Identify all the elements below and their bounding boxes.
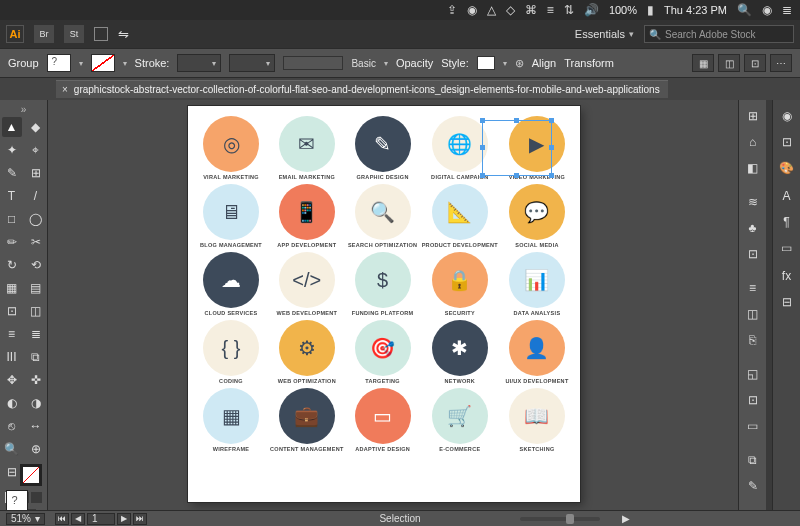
artwork-cell-11[interactable]: </>WEB DEVELOPMENT <box>270 252 344 316</box>
artwork-cell-20[interactable]: ▦WIREFRAME <box>196 388 266 452</box>
align-label[interactable]: Align <box>532 57 556 69</box>
tool-7[interactable]: / <box>26 186 46 206</box>
sync-icon[interactable]: ◇ <box>506 3 515 17</box>
panel-button-panelA-3[interactable]: ≋ <box>741 190 765 214</box>
artwork-cell-3[interactable]: 🌐DIGITAL CAMPAIGN <box>422 116 498 180</box>
tool-22[interactable]: ✥ <box>2 370 22 390</box>
prev-artboard-button[interactable]: ◀ <box>71 513 85 525</box>
artwork-cell-7[interactable]: 🔍SEARCH OPTIMIZATION <box>348 184 418 248</box>
panel-button-panelA-8[interactable]: ⎘ <box>741 328 765 352</box>
tool-14[interactable]: ▦ <box>2 278 22 298</box>
tool-11[interactable]: ✂ <box>26 232 46 252</box>
network-icon[interactable]: ⇅ <box>564 3 574 17</box>
workspace-switcher[interactable]: Essentials ▾ <box>575 28 634 40</box>
tool-24[interactable]: ◐ <box>2 393 22 413</box>
artwork-cell-16[interactable]: ⚙WEB OPTIMIZATION <box>270 320 344 384</box>
artwork-cell-21[interactable]: 💼CONTENT MANAGEMENT <box>270 388 344 452</box>
battery-percent[interactable]: 100% <box>609 4 637 16</box>
panel-button-panelA-10[interactable]: ⊡ <box>741 388 765 412</box>
opacity-label[interactable]: Opacity <box>396 57 433 69</box>
artwork-cell-18[interactable]: ✱NETWORK <box>422 320 498 384</box>
tool-28[interactable]: 🔍 <box>2 439 22 459</box>
artwork-cell-0[interactable]: ◎VIRAL MARKETING <box>196 116 266 180</box>
sync-glyph-icon[interactable]: ⇋ <box>118 27 129 42</box>
tool-23[interactable]: ✜ <box>26 370 46 390</box>
control-overflow-button[interactable]: ⋯ <box>770 54 792 72</box>
artwork-cell-19[interactable]: 👤UI/UX DEVELOPMENT <box>502 320 572 384</box>
artwork-cell-14[interactable]: 📊DATA ANALYSIS <box>502 252 572 316</box>
volume-icon[interactable]: 🔊 <box>584 3 599 17</box>
tool-10[interactable]: ✏ <box>2 232 22 252</box>
tool-27[interactable]: ↔ <box>26 416 46 436</box>
next-artboard-button[interactable]: ▶ <box>117 513 131 525</box>
stroke-color-icon[interactable] <box>20 464 42 486</box>
tool-9[interactable]: ◯ <box>26 209 46 229</box>
tool-0[interactable]: ▲ <box>2 117 22 137</box>
gdrive-icon[interactable]: △ <box>487 3 496 17</box>
battery-icon[interactable]: ▮ <box>647 3 654 17</box>
panel-button-panelA-9[interactable]: ◱ <box>741 362 765 386</box>
siri-icon[interactable]: ◉ <box>762 3 772 17</box>
tool-15[interactable]: ▤ <box>26 278 46 298</box>
close-tab-icon[interactable]: × <box>62 84 68 95</box>
tool-18[interactable]: ≡ <box>2 324 22 344</box>
zoom-select[interactable]: 51%▾ <box>6 513 45 525</box>
panel-button-panelA-0[interactable]: ⊞ <box>741 104 765 128</box>
search-adobe-stock-input[interactable]: 🔍 Search Adobe Stock <box>644 25 794 43</box>
artwork-cell-23[interactable]: 🛒E-COMMERCE <box>422 388 498 452</box>
none-mode[interactable] <box>31 492 42 503</box>
edit-contents-button[interactable]: ⊡ <box>744 54 766 72</box>
panel-button-panelB-3[interactable]: A <box>775 184 799 208</box>
spotlight-icon[interactable]: 🔍 <box>737 3 752 17</box>
panel-button-panelB-6[interactable]: fx <box>775 264 799 288</box>
dropbox-icon[interactable]: ⇪ <box>447 3 457 17</box>
panel-button-panelA-5[interactable]: ⊡ <box>741 242 765 266</box>
arrange-documents-button[interactable] <box>94 27 108 41</box>
toolbox-grip-icon[interactable]: » <box>21 104 27 115</box>
bars-icon[interactable]: ≡ <box>547 3 554 17</box>
tool-17[interactable]: ◫ <box>26 301 46 321</box>
tool-5[interactable]: ⊞ <box>26 163 46 183</box>
tool-20[interactable]: III <box>2 347 22 367</box>
status-slider[interactable] <box>520 517 600 521</box>
artwork-cell-24[interactable]: 📖SKETCHING <box>502 388 572 452</box>
tool-1[interactable]: ◆ <box>26 117 46 137</box>
panel-button-panelA-7[interactable]: ◫ <box>741 302 765 326</box>
artwork-cell-6[interactable]: 📱APP DEVELOPMENT <box>270 184 344 248</box>
tool-30[interactable]: ⊟ <box>2 462 22 482</box>
artwork-cell-10[interactable]: ☁CLOUD SERVICES <box>196 252 266 316</box>
artwork-cell-15[interactable]: { }CODING <box>196 320 266 384</box>
artboard-number-input[interactable]: 1 <box>87 513 115 525</box>
artwork-cell-1[interactable]: ✉EMAIL MARKETING <box>270 116 344 180</box>
tool-29[interactable]: ⊕ <box>26 439 46 459</box>
artwork-cell-8[interactable]: 📐PRODUCT DEVELOPMENT <box>422 184 498 248</box>
panel-button-panelA-12[interactable]: ⧉ <box>741 448 765 472</box>
tool-25[interactable]: ◑ <box>26 393 46 413</box>
artwork-cell-17[interactable]: 🎯TARGETING <box>348 320 418 384</box>
tool-3[interactable]: ⌖ <box>26 140 46 160</box>
panel-button-panelB-7[interactable]: ⊟ <box>775 290 799 314</box>
artboard[interactable]: ◎VIRAL MARKETING✉EMAIL MARKETING✎GRAPHIC… <box>188 106 580 502</box>
tool-13[interactable]: ⟲ <box>26 255 46 275</box>
artwork-cell-5[interactable]: 🖥BLOG MANAGEMENT <box>196 184 266 248</box>
artwork-cell-12[interactable]: $FUNDING PLATFORM <box>348 252 418 316</box>
transform-label[interactable]: Transform <box>564 57 614 69</box>
tool-19[interactable]: ≣ <box>26 324 46 344</box>
cc-icon[interactable]: ◉ <box>467 3 477 17</box>
panel-button-panelA-1[interactable]: ⌂ <box>741 130 765 154</box>
tool-2[interactable]: ✦ <box>2 140 22 160</box>
bridge-button[interactable]: Br <box>34 25 54 43</box>
artwork-cell-9[interactable]: 💬SOCIAL MEDIA <box>502 184 572 248</box>
artwork-cell-2[interactable]: ✎GRAPHIC DESIGN <box>348 116 418 180</box>
recolor-artwork-icon[interactable]: ⊛ <box>515 57 524 70</box>
artwork-cell-13[interactable]: 🔒SECURITY <box>422 252 498 316</box>
graphic-style-swatch[interactable] <box>477 56 495 70</box>
panel-button-panelA-11[interactable]: ▭ <box>741 414 765 438</box>
menu-icon[interactable]: ⌘ <box>525 3 537 17</box>
clock[interactable]: Thu 4:23 PM <box>664 4 727 16</box>
tool-6[interactable]: T <box>2 186 22 206</box>
stock-button[interactable]: St <box>64 25 84 43</box>
tool-4[interactable]: ✎ <box>2 163 22 183</box>
canvas[interactable]: ◎VIRAL MARKETING✉EMAIL MARKETING✎GRAPHIC… <box>48 100 738 510</box>
first-artboard-button[interactable]: ⏮ <box>55 513 69 525</box>
